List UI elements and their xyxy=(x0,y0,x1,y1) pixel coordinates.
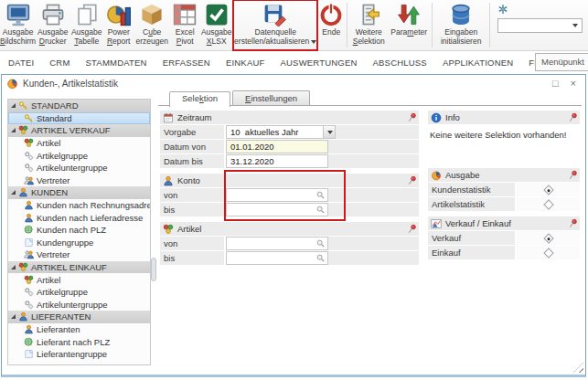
toolbar-button-datenquelle-erstellen-aktualisieren[interactable]: Datenquelleerstellen/aktualisieren xyxy=(233,0,317,50)
toolbar-button-ausgabe-bildschirm[interactable]: AusgabeBildschirm xyxy=(0,0,36,50)
radio-diamond[interactable] xyxy=(543,199,553,209)
row-label: Datum bis xyxy=(160,154,224,168)
toolbar-button-excel-pivot[interactable]: ExcelPivot xyxy=(170,0,199,50)
tree-item-kunden-nach-lieferadresse[interactable]: Kunden nach Lieferadresse xyxy=(8,211,150,224)
pin-icon[interactable] xyxy=(568,170,578,180)
tree-item-artikelgruppe[interactable]: Artikelgruppe xyxy=(8,149,150,162)
radio-cell-verkauf[interactable] xyxy=(517,231,580,245)
gears-icon xyxy=(24,300,34,310)
toolbar-button-eingaben-initialisieren[interactable]: Eingabeninitialisieren xyxy=(434,0,487,50)
splitter-handle[interactable] xyxy=(151,258,156,281)
pin-icon[interactable] xyxy=(407,175,417,185)
tree-item-vertreter[interactable]: Vertreter xyxy=(8,174,150,187)
expander-icon[interactable] xyxy=(11,314,16,319)
menu-item-applikationen[interactable]: APPLIKATIONEN xyxy=(443,58,513,68)
toolbar-button-label: Eingabeninitialisieren xyxy=(441,27,481,46)
row-label: Vorgabe xyxy=(160,125,224,139)
tree-section-artikel-einkauf[interactable]: ARTIKEL EINKAUF xyxy=(8,261,150,274)
toolbar-button-ausgabe-drucker[interactable]: AusgabeDrucker xyxy=(36,0,69,50)
radio-cell-artikelstatistik[interactable] xyxy=(517,197,580,211)
globe-icon xyxy=(24,225,34,235)
tree-item-lieferantengruppe[interactable]: Lieferantengruppe xyxy=(8,348,150,361)
toolbar-button-weitere-selektion[interactable]: WeitereSelektion xyxy=(349,0,388,50)
dropdown-button[interactable] xyxy=(323,125,336,139)
toolbar-button-label: AusgabeXLSX xyxy=(201,27,232,46)
tab-selektion[interactable]: Selektion xyxy=(169,91,230,107)
tree-item-lieferant-nach-plz[interactable]: Lieferant nach PLZ xyxy=(8,335,150,348)
lookup-input[interactable] xyxy=(226,251,328,265)
radio-diamond[interactable] xyxy=(543,248,553,258)
tree-section-artikel-verkauf[interactable]: ARTIKEL VERKAUF xyxy=(8,124,150,137)
menu-item-datei[interactable]: DATEI xyxy=(8,58,34,68)
tree-item-artikeluntergruppe[interactable]: Artikeluntergruppe xyxy=(8,162,150,174)
tree-item-kunden-nach-rechnungsadresse[interactable]: Kunden nach Rechnungsadresse xyxy=(8,199,150,212)
pin-icon[interactable] xyxy=(407,224,417,234)
expander-icon[interactable] xyxy=(11,265,16,269)
toolbar-button-power-report[interactable]: PowerReport xyxy=(103,0,134,50)
group-title: Konto xyxy=(177,175,200,185)
pin-icon[interactable] xyxy=(568,218,578,228)
menuepunkt-button[interactable]: Menüpunkt xyxy=(535,53,588,71)
toolbar-button-label: Ende xyxy=(322,27,340,37)
toolbar-button-label: Datenquelleerstellen/aktualisieren xyxy=(234,27,316,46)
tree-item-kundengruppe[interactable]: Kundengruppe xyxy=(8,237,150,249)
people-icon xyxy=(24,175,34,185)
menu-item-stammdaten[interactable]: STAMMDATEN xyxy=(86,58,147,68)
pin-icon[interactable] xyxy=(407,112,417,122)
tree-item-lieferanten[interactable]: Lieferanten xyxy=(8,323,150,336)
tree-section-lieferanten[interactable]: LIEFERANTEN xyxy=(8,311,150,323)
tree-item-artikel[interactable]: Artikel xyxy=(8,273,150,286)
date-input[interactable]: 31.12.2020 xyxy=(226,154,328,168)
expander-icon[interactable] xyxy=(11,190,16,195)
search-icon xyxy=(315,190,326,200)
group-header-ausgabe: Ausgabe xyxy=(428,168,580,182)
filter-combobox[interactable] xyxy=(497,18,583,33)
row-bis: bis xyxy=(160,251,419,265)
radio-cell-einkauf[interactable] xyxy=(517,246,580,259)
tree-item-artikeluntergruppe[interactable]: Artikeluntergruppe xyxy=(8,299,150,311)
toolbar-button-ausgabe-xlsx[interactable]: AusgabeXLSX xyxy=(199,0,233,50)
radio-cell-kundenstatistik[interactable] xyxy=(517,183,580,196)
radio-diamond[interactable] xyxy=(543,185,553,195)
menu-item-crm[interactable]: CRM xyxy=(49,58,69,68)
window-title: Kunden-, Artikelstatistik xyxy=(23,79,118,89)
tree-section-standard[interactable]: STANDARD xyxy=(8,100,150,112)
tree-item-label: Artikeluntergruppe xyxy=(37,300,108,310)
lookup-input[interactable] xyxy=(226,237,328,250)
radio-diamond[interactable] xyxy=(543,233,553,243)
lookup-input[interactable] xyxy=(226,188,328,202)
tree-item-artikel[interactable]: Artikel xyxy=(8,137,150,150)
filter-icon xyxy=(497,4,508,15)
expander-icon[interactable] xyxy=(11,103,16,108)
menu-item-einkauf[interactable]: EINKAUF xyxy=(226,58,265,68)
toolbar-divider xyxy=(489,3,490,48)
expander-icon[interactable] xyxy=(11,128,16,132)
group-verkauf-einkauf: Verkauf / EinkaufVerkaufEinkauf xyxy=(428,216,580,259)
toolbar-button-label: Cubeerzeugen xyxy=(135,27,167,46)
tree-item-artikelgruppe[interactable]: Artikelgruppe xyxy=(8,286,150,299)
dropdown-caret-icon xyxy=(572,24,578,27)
toolbar-button-ende[interactable]: Ende xyxy=(317,0,345,50)
toolbar-button-parameter[interactable]: Parameter xyxy=(388,0,430,50)
search-icon xyxy=(315,205,326,215)
dropdown-caret-icon xyxy=(327,131,333,134)
toolbar-button-cube-erzeugen[interactable]: Cubeerzeugen xyxy=(134,0,170,50)
toolbar-button-ausgabe-tabelle[interactable]: AusgabeTabelle xyxy=(69,0,103,50)
tab-einstellungen[interactable]: Einstellungen xyxy=(232,90,310,105)
pin-icon[interactable] xyxy=(568,112,578,122)
key-icon xyxy=(18,100,28,111)
info-icon xyxy=(431,112,442,123)
menu-item-abschluss[interactable]: ABSCHLUSS xyxy=(373,58,427,68)
tree-section-kunden[interactable]: KUNDEN xyxy=(8,186,150,199)
menu-item-auswertungen[interactable]: AUSWERTUNGEN xyxy=(281,58,358,68)
tree-item-vertreter[interactable]: Vertreter xyxy=(8,248,150,261)
date-input[interactable]: 01.01.2020 xyxy=(226,140,328,153)
group-title: Artikel xyxy=(177,224,201,234)
person-icon xyxy=(24,324,34,334)
vorgabe-dropdown-value[interactable]: 10 aktuelles Jahr xyxy=(226,125,323,139)
menu-item-erfassen[interactable]: ERFASSEN xyxy=(163,58,210,68)
toolbar-button-label: AusgabeTabelle xyxy=(71,27,102,46)
lookup-input[interactable] xyxy=(226,203,328,216)
tree-item-standard[interactable]: Standard xyxy=(8,112,150,125)
tree-item-kunden-nach-plz[interactable]: Kunden nach PLZ xyxy=(8,224,150,237)
